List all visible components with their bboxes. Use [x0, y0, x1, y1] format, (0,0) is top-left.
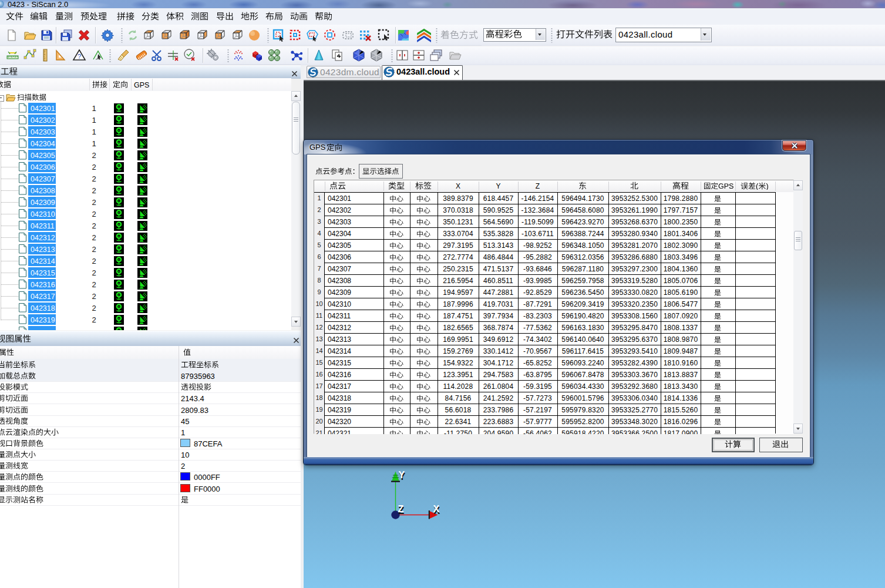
svg-text:X: X [433, 504, 440, 514]
svg-text:Z: Z [398, 504, 404, 514]
svg-text:?: ? [78, 53, 81, 60]
svg-text:Y: Y [399, 470, 405, 480]
